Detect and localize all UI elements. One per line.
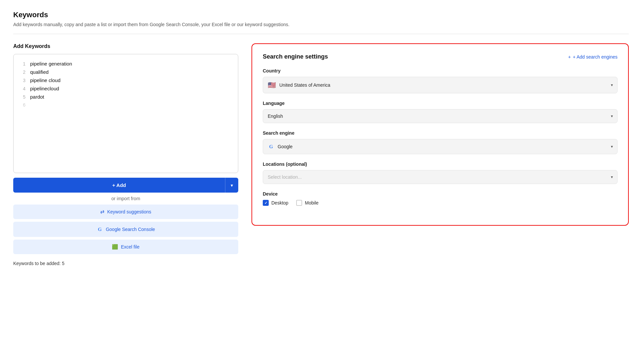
country-select[interactable]: 🇺🇸 United States of America	[263, 77, 618, 93]
locations-label: Locations (optional)	[263, 161, 618, 167]
keyword-row-1: 1 pipeline generation	[20, 60, 232, 68]
locations-select[interactable]: Select location...	[263, 170, 618, 184]
device-label: Device	[263, 191, 618, 197]
keyword-suggestions-label: Keyword suggestions	[107, 209, 151, 214]
page-subtitle: Add keywords manually, copy and paste a …	[13, 22, 629, 27]
search-engine-field: Search engine G Google ▾	[263, 130, 618, 154]
keyword-suggestions-button[interactable]: ⇄ Keyword suggestions	[13, 205, 238, 219]
header-divider	[13, 34, 629, 34]
search-engine-value: Google	[278, 144, 293, 149]
page-wrapper: Keywords Add keywords manually, copy and…	[0, 0, 642, 279]
add-button-row: + Add ▾	[13, 178, 238, 193]
keyword-num-3: 3	[20, 78, 25, 83]
add-search-engines-button[interactable]: + + Add search engines	[568, 54, 618, 60]
settings-header: Search engine settings + + Add search en…	[263, 53, 618, 60]
keyword-num-5: 5	[20, 94, 25, 100]
language-field: Language English ▾	[263, 101, 618, 123]
device-field: Device Desktop Mobile	[263, 191, 618, 206]
google-search-console-label: Google Search Console	[106, 227, 155, 232]
add-button[interactable]: + Add	[13, 178, 225, 193]
keyword-num-4: 4	[20, 86, 25, 91]
search-engine-label: Search engine	[263, 130, 618, 136]
main-layout: Add Keywords 1 pipeline generation 2 qua…	[13, 43, 629, 266]
desktop-checkbox[interactable]	[263, 200, 269, 206]
keyword-text-4: pipelinecloud	[30, 86, 59, 91]
keyword-row-6: 6	[20, 101, 232, 109]
search-engine-settings-panel: Search engine settings + + Add search en…	[252, 43, 629, 226]
desktop-option[interactable]: Desktop	[263, 200, 288, 206]
add-search-engines-label: + Add search engines	[572, 54, 618, 60]
keyword-text-2: qualified	[30, 69, 49, 75]
excel-file-button[interactable]: 🟩 Excel file	[13, 240, 238, 254]
page-header: Keywords Add keywords manually, copy and…	[13, 11, 629, 27]
import-label: or import from	[13, 196, 238, 201]
language-label: Language	[263, 101, 618, 106]
left-panel: Add Keywords 1 pipeline generation 2 qua…	[13, 43, 238, 266]
keywords-input-area[interactable]: 1 pipeline generation 2 qualified 3 pipe…	[13, 54, 238, 173]
keyword-suggestions-icon: ⇄	[100, 209, 105, 215]
settings-title: Search engine settings	[263, 53, 328, 60]
locations-placeholder: Select location...	[268, 174, 302, 180]
add-keywords-label: Add Keywords	[13, 43, 238, 49]
mobile-label: Mobile	[305, 200, 318, 205]
keyword-num-6: 6	[20, 102, 25, 108]
country-select-wrapper: 🇺🇸 United States of America ▾	[263, 77, 618, 93]
excel-icon: 🟩	[112, 244, 118, 250]
keyword-text-1: pipeline generation	[30, 61, 72, 67]
google-search-console-button[interactable]: G Google Search Console	[13, 222, 238, 237]
plus-icon: +	[568, 54, 571, 60]
mobile-checkbox[interactable]	[296, 200, 302, 206]
chevron-down-icon: ▾	[231, 183, 233, 188]
us-flag-icon: 🇺🇸	[268, 81, 276, 89]
excel-file-label: Excel file	[121, 244, 139, 250]
desktop-label: Desktop	[271, 200, 288, 205]
device-options-row: Desktop Mobile	[263, 200, 618, 206]
language-select-wrapper: English ▾	[263, 109, 618, 123]
google-g-icon: G	[268, 143, 274, 150]
keywords-count: Keywords to be added: 5	[13, 261, 238, 266]
keyword-row-5: 5 pardot	[20, 93, 232, 101]
keyword-num-2: 2	[20, 69, 25, 75]
add-button-chevron[interactable]: ▾	[225, 178, 238, 193]
keyword-text-3: pipeline cloud	[30, 77, 61, 83]
country-label: Country	[263, 68, 618, 73]
country-field: Country 🇺🇸 United States of America ▾	[263, 68, 618, 93]
locations-field: Locations (optional) Select location... …	[263, 161, 618, 184]
search-engine-select-wrapper: G Google ▾	[263, 139, 618, 154]
country-value: United States of America	[279, 82, 330, 88]
locations-select-wrapper: Select location... ▾	[263, 170, 618, 184]
page-title: Keywords	[13, 11, 629, 19]
google-g-icon: G	[97, 226, 103, 233]
mobile-option[interactable]: Mobile	[296, 200, 318, 206]
keyword-text-5: pardot	[30, 94, 44, 100]
search-engine-select[interactable]: G Google	[263, 139, 618, 154]
keyword-row-2: 2 qualified	[20, 68, 232, 76]
keyword-row-3: 3 pipeline cloud	[20, 76, 232, 84]
language-select[interactable]: English	[263, 109, 618, 123]
keyword-row-4: 4 pipelinecloud	[20, 84, 232, 93]
keyword-num-1: 1	[20, 61, 25, 67]
